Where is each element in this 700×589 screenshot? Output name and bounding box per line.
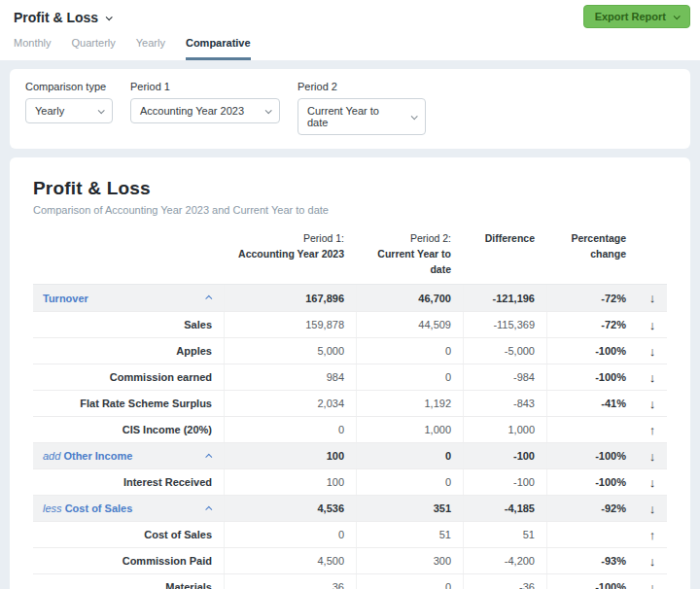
table-row: add Other Income1000-100-100%↓	[33, 442, 667, 468]
table-row: Materials360-36-100%↓	[33, 573, 667, 589]
difference-value: -5,000	[463, 338, 546, 364]
difference-value: 51	[463, 522, 546, 547]
arrow-down-icon: ↓	[638, 285, 667, 311]
table-row: Commission earned9840-984-100%↓	[33, 364, 667, 390]
period1-group: Period 1 Accounting Year 2023	[130, 81, 280, 135]
trend-column-header	[638, 231, 667, 277]
difference-value: -115,369	[463, 312, 546, 337]
section-link[interactable]: Turnover	[43, 293, 88, 304]
comparison-type-value: Yearly	[35, 105, 64, 117]
row-label-cell: CIS Income (20%)	[33, 417, 224, 442]
row-label-cell: Turnover	[33, 285, 224, 311]
tab-comparative[interactable]: Comparative	[186, 37, 251, 60]
percentage-value: -41%	[546, 391, 638, 416]
arrow-down-icon: ↓	[638, 496, 667, 521]
period2-value: 0	[356, 364, 463, 390]
comparison-filter-bar: Comparison type Yearly Period 1 Accounti…	[10, 69, 690, 149]
difference-value: -4,200	[463, 548, 546, 573]
row-label-cell: less Cost of Sales	[33, 496, 224, 521]
period1-select[interactable]: Accounting Year 2023	[130, 98, 280, 123]
table-row: Cost of Sales05151↑	[33, 521, 667, 547]
percentage-value: -92%	[546, 496, 638, 521]
row-label-cell: Commission earned	[33, 364, 224, 390]
percentage-value	[546, 417, 638, 442]
row-label-cell: Flat Rate Scheme Surplus	[33, 391, 224, 416]
comparison-type-group: Comparison type Yearly	[25, 81, 113, 135]
arrow-down-icon: ↓	[638, 548, 667, 573]
arrow-down-icon: ↓	[638, 338, 667, 364]
percentage-value: -72%	[546, 285, 638, 311]
comparison-type-label: Comparison type	[25, 81, 113, 92]
period2-value: 0	[356, 574, 463, 589]
profit-and-loss-report-card: Profit & Loss Comparison of Accounting Y…	[10, 157, 690, 589]
percentage-value: -93%	[546, 548, 638, 573]
period2-value: 0	[356, 338, 463, 364]
period1-value: 5,000	[224, 338, 356, 364]
period2-value: 300	[356, 548, 463, 573]
percentage-value: -100%	[546, 338, 638, 364]
tab-monthly[interactable]: Monthly	[14, 37, 52, 60]
period1-value: 4,536	[224, 496, 356, 521]
table-header-row: Period 1: Accounting Year 2023 Period 2:…	[33, 231, 667, 285]
difference-value: -36	[463, 574, 546, 589]
report-title: Profit & Loss	[33, 178, 667, 199]
collapse-icon[interactable]	[205, 453, 212, 460]
period1-value: 159,878	[224, 312, 356, 337]
table-row: Flat Rate Scheme Surplus2,0341,192-843-4…	[33, 390, 667, 416]
table-row: Interest Received1000-100-100%↓	[33, 468, 667, 495]
section-link[interactable]: add Other Income	[43, 450, 132, 462]
tab-quarterly[interactable]: Quarterly	[72, 37, 116, 60]
chevron-down-icon	[674, 13, 681, 19]
difference-value: -100	[463, 443, 546, 468]
row-label-cell: Commission Paid	[33, 548, 224, 573]
percentage-value: -72%	[546, 312, 638, 337]
period2-group: Period 2 Current Year to date	[298, 81, 426, 135]
period2-value: 51	[356, 522, 463, 547]
section-link[interactable]: less Cost of Sales	[43, 502, 132, 514]
arrow-up-icon: ↑	[638, 522, 667, 547]
comparison-type-select[interactable]: Yearly	[25, 98, 113, 123]
arrow-down-icon: ↓	[638, 574, 667, 589]
period2-select[interactable]: Current Year to date	[298, 98, 426, 135]
table-row: Apples5,0000-5,000-100%↓	[33, 337, 667, 364]
chevron-down-icon	[411, 113, 418, 120]
percentage-value	[546, 522, 638, 547]
page-title-dropdown[interactable]: Profit & Loss	[14, 10, 111, 25]
period2-label: Period 2	[298, 81, 426, 92]
row-label-cell: add Other Income	[33, 443, 224, 468]
arrow-down-icon: ↓	[638, 443, 667, 468]
tab-yearly[interactable]: Yearly	[136, 37, 165, 60]
period1-value: 100	[224, 469, 356, 495]
row-label-column-header	[33, 231, 224, 277]
period1-value: 984	[224, 364, 356, 390]
percentage-value: -100%	[546, 469, 638, 495]
period2-value: 1,192	[356, 391, 463, 416]
period1-value: 100	[224, 443, 356, 468]
collapse-icon[interactable]	[205, 505, 212, 512]
period2-value: 46,700	[356, 285, 463, 311]
report-subtitle: Comparison of Accounting Year 2023 and C…	[33, 204, 667, 216]
period2-value: 1,000	[356, 417, 463, 442]
row-label-cell: Interest Received	[33, 469, 224, 495]
section-prefix: add	[43, 450, 63, 462]
period2-value: 351	[356, 496, 463, 521]
period2-value: Current Year to date	[307, 105, 402, 128]
table-row: CIS Income (20%)01,0001,000↑	[33, 416, 667, 442]
percentage-value: -100%	[546, 574, 638, 589]
period2-value: 0	[356, 443, 463, 468]
table-row: Commission Paid4,500300-4,200-93%↓	[33, 547, 667, 573]
period1-value: Accounting Year 2023	[140, 105, 244, 117]
difference-column-header: Difference	[463, 231, 546, 277]
chevron-down-icon	[106, 14, 113, 20]
export-report-button[interactable]: Export Report	[583, 5, 690, 28]
collapse-icon[interactable]	[205, 295, 212, 302]
difference-value: -984	[463, 364, 546, 390]
table-row: less Cost of Sales4,536351-4,185-92%↓	[33, 495, 667, 521]
table-row: Turnover167,89646,700-121,196-72%↓	[33, 285, 667, 311]
arrow-down-icon: ↓	[638, 391, 667, 416]
percentage-column-header: Percentage change	[546, 231, 638, 277]
row-label-cell: Cost of Sales	[33, 522, 224, 547]
row-label-cell: Sales	[33, 312, 224, 337]
row-label-cell: Materials	[33, 574, 224, 589]
period2-value: 0	[356, 469, 463, 495]
